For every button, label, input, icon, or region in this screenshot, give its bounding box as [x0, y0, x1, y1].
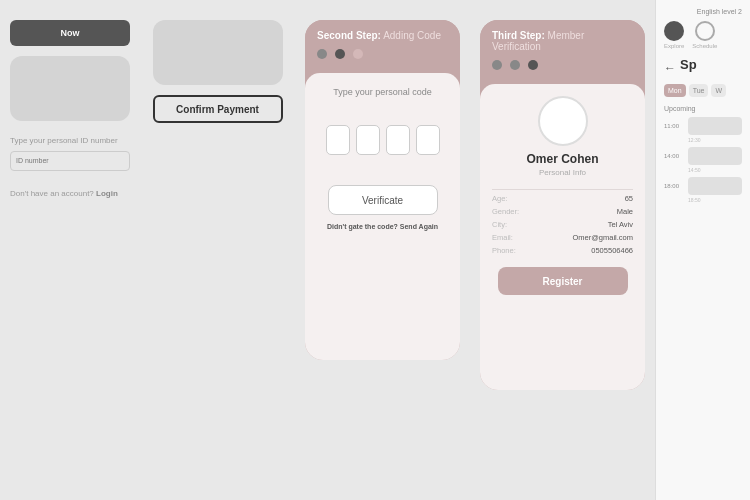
time-2-end: 14:50 [688, 167, 742, 173]
time-bar-1 [688, 117, 742, 135]
dot-3-3 [528, 60, 538, 70]
sidebar-header: ← Sp [664, 57, 742, 78]
info-email: Email: Omer@gmail.com [492, 233, 633, 242]
upcoming-label: Upcoming [664, 105, 742, 112]
info-gender: Gender: Male [492, 207, 633, 216]
user-name: Omer Cohen [526, 152, 598, 166]
step-dots [317, 49, 448, 59]
time-3-start: 18:00 [664, 183, 684, 189]
panel-third-step: Third Step: Member Verification Omer Coh… [470, 0, 655, 500]
sidebar-title: Sp [680, 57, 697, 72]
code-box-2[interactable] [356, 125, 380, 155]
right-sidebar: English level 2 Explore Schedule ← Sp Mo… [655, 0, 750, 500]
code-box-1[interactable] [326, 125, 350, 155]
dot-3-2 [510, 60, 520, 70]
explore-item: Explore [664, 21, 684, 49]
third-step-header: Third Step: Member Verification [480, 20, 645, 84]
now-button[interactable]: Now [10, 20, 130, 46]
schedule-icon[interactable] [695, 21, 715, 41]
resend-text: Didn't gate the code? Send Again [327, 223, 438, 230]
time-bar-2 [688, 147, 742, 165]
code-box-4[interactable] [416, 125, 440, 155]
step-dots-3 [492, 60, 633, 70]
code-prompt: Type your personal code [333, 87, 432, 97]
time-bar-3 [688, 177, 742, 195]
third-step-body: Omer Cohen Personal Info Age: 65 Gender:… [480, 84, 645, 390]
second-step-label: Second Step: Adding Code [317, 30, 448, 41]
avatar [538, 96, 588, 146]
panel1-form: Type your personal ID number Don't have … [10, 136, 130, 198]
language-level: English level 2 [664, 8, 742, 15]
info-phone: Phone: 0505506466 [492, 246, 633, 255]
second-step-card: Second Step: Adding Code Type your perso… [305, 20, 460, 360]
login-link-text: Don't have an account? Login [10, 189, 130, 198]
time-slot-2: 14:00 [664, 147, 742, 165]
day-tue[interactable]: Tue [689, 84, 709, 97]
dot-1 [317, 49, 327, 59]
third-step-card: Third Step: Member Verification Omer Coh… [480, 20, 645, 390]
register-button[interactable]: Register [498, 267, 628, 295]
time-1-start: 11:00 [664, 123, 684, 129]
second-step-body: Type your personal code Verificate Didn'… [305, 73, 460, 360]
explore-label: Explore [664, 43, 684, 49]
time-3-end: 18:50 [688, 197, 742, 203]
verificate-button[interactable]: Verificate [328, 185, 438, 215]
login-link[interactable]: Login [96, 189, 118, 198]
code-box-3[interactable] [386, 125, 410, 155]
schedule-label: Schedule [692, 43, 717, 49]
explore-schedule-icons: Explore Schedule [664, 21, 742, 49]
panel-confirm-payment: Confirm Payment [140, 0, 295, 500]
schedule-item: Schedule [692, 21, 717, 49]
second-step-header: Second Step: Adding Code [305, 20, 460, 73]
panel-first-step: Now Type your personal ID number Don't h… [0, 0, 140, 500]
info-city: City: Tel Aviv [492, 220, 633, 229]
personal-info-label: Personal Info [539, 168, 586, 177]
send-again-link[interactable]: Send Again [400, 223, 438, 230]
payment-card-visual [153, 20, 283, 85]
dot-2 [335, 49, 345, 59]
back-arrow-icon[interactable]: ← [664, 61, 676, 75]
time-slot-1: 11:00 [664, 117, 742, 135]
code-input-group [326, 125, 440, 155]
day-wed[interactable]: W [711, 84, 726, 97]
time-2-start: 14:00 [664, 153, 684, 159]
confirm-payment-button[interactable]: Confirm Payment [153, 95, 283, 123]
info-age: Age: 65 [492, 194, 633, 203]
day-selector: Mon Tue W [664, 84, 742, 97]
id-label: Type your personal ID number [10, 136, 130, 145]
time-slot-3: 18:00 [664, 177, 742, 195]
panel-second-step: Second Step: Adding Code Type your perso… [295, 0, 470, 500]
dot-3 [353, 49, 363, 59]
panel1-card [10, 56, 130, 121]
divider-top [492, 189, 633, 190]
day-mon[interactable]: Mon [664, 84, 686, 97]
third-step-label: Third Step: Member Verification [492, 30, 633, 52]
id-input[interactable] [10, 151, 130, 171]
explore-icon[interactable] [664, 21, 684, 41]
dot-3-1 [492, 60, 502, 70]
time-1-end: 12:30 [688, 137, 742, 143]
